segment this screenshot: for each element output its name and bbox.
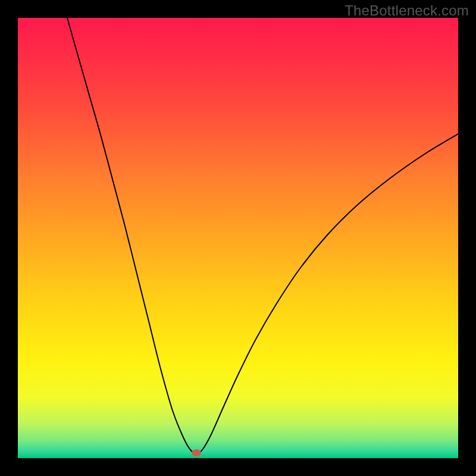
chart-plot-area [18, 18, 458, 458]
bottleneck-chart-svg [18, 18, 458, 458]
watermark-text: TheBottleneck.com [345, 2, 469, 19]
optimal-point-marker [192, 449, 201, 456]
app-frame: TheBottleneck.com [0, 0, 476, 476]
gradient-background [18, 18, 458, 458]
